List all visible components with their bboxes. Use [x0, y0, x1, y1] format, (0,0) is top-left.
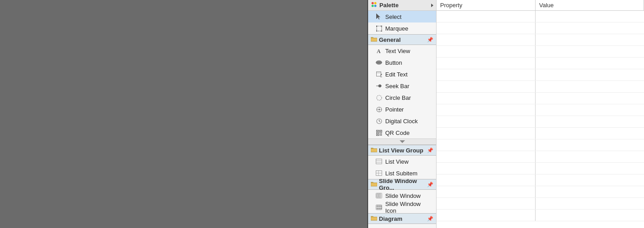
prop-row — [437, 174, 644, 186]
folder-icon-general — [371, 36, 377, 43]
group-list-label: List View Group — [379, 147, 423, 154]
group-general-label: General — [379, 36, 401, 43]
folder-icon-slide — [371, 181, 377, 188]
value-col-header: Value — [536, 0, 644, 10]
prop-row — [437, 186, 644, 198]
svg-rect-53 — [378, 206, 380, 207]
slide-window-icon-icon — [375, 204, 383, 211]
select-label: Select — [385, 13, 401, 20]
slide-window-label: Slide Window — [385, 192, 421, 199]
prop-row — [437, 116, 644, 128]
prop-row — [437, 163, 644, 174]
digital-clock-label: Digital Clock — [385, 118, 418, 125]
prop-row — [437, 128, 644, 139]
palette-item-button[interactable]: Button — [368, 57, 436, 68]
prop-row — [437, 139, 644, 151]
folder-icon-list — [371, 147, 377, 154]
svg-rect-56 — [378, 208, 380, 209]
prop-row — [437, 34, 644, 46]
pin-icon-slide: 📌 — [427, 182, 433, 188]
svg-point-6 — [376, 26, 378, 27]
properties-rows — [437, 11, 644, 228]
folder-icon-diagram — [371, 215, 377, 222]
svg-rect-57 — [380, 208, 382, 209]
svg-point-2 — [372, 5, 374, 7]
prop-row — [437, 46, 644, 58]
prop-row — [437, 104, 644, 116]
palette-icon — [371, 1, 377, 9]
svg-rect-5 — [377, 26, 382, 31]
svg-rect-55 — [377, 208, 378, 209]
prop-row — [437, 11, 644, 22]
palette-item-text-view[interactable]: A Text View — [368, 45, 436, 57]
circle-bar-label: Circle Bar — [385, 94, 411, 101]
slide-icon — [375, 192, 383, 199]
edit-icon — [375, 71, 383, 78]
prop-row — [437, 198, 644, 210]
palette-item-edit-text[interactable]: Edit Text — [368, 68, 436, 80]
svg-rect-58 — [371, 217, 377, 220]
svg-text:A: A — [377, 48, 381, 54]
palette-header-label: Palette — [379, 2, 399, 9]
svg-point-21 — [378, 109, 380, 110]
group-slide-label: Slide Window Gro... — [379, 178, 427, 191]
button-label: Button — [385, 59, 402, 66]
svg-rect-41 — [376, 159, 382, 164]
seek-bar-label: Seek Bar — [385, 83, 409, 89]
group-general[interactable]: General 📌 — [368, 34, 436, 45]
property-col-header: Property — [437, 0, 536, 10]
prop-row — [437, 81, 644, 93]
list-sub-icon — [375, 170, 383, 177]
svg-line-28 — [379, 121, 380, 122]
palette-item-slide-window[interactable]: Slide Window — [368, 190, 436, 201]
palette-item-slide-window-icon[interactable]: Slide Window Icon — [368, 201, 436, 213]
svg-rect-35 — [379, 133, 380, 134]
palette-item-circle-bar[interactable]: Circle Bar — [368, 92, 436, 103]
svg-rect-38 — [381, 134, 382, 135]
svg-rect-40 — [371, 148, 377, 152]
group-slide-window[interactable]: Slide Window Gro... 📌 — [368, 179, 436, 190]
group-diagram-label: Diagram — [379, 215, 402, 222]
pointer-label: Pointer — [385, 106, 404, 113]
scroll-indicator[interactable] — [368, 139, 436, 145]
palette-item-pointer[interactable]: Pointer — [368, 103, 436, 115]
svg-point-7 — [381, 26, 382, 27]
palette-item-digital-clock[interactable]: Digital Clock — [368, 115, 436, 127]
svg-point-19 — [377, 95, 382, 100]
svg-marker-39 — [400, 140, 405, 143]
svg-marker-4 — [376, 13, 380, 19]
svg-rect-14 — [376, 72, 381, 76]
canvas-area[interactable] — [0, 0, 368, 228]
list-subitem-label: List Subitem — [385, 170, 418, 177]
palette-item-marquee[interactable]: Marquee — [368, 22, 436, 34]
edit-text-label: Edit Text — [385, 71, 408, 78]
palette-item-seek-bar[interactable]: Seek Bar — [368, 80, 436, 92]
svg-point-1 — [374, 2, 377, 4]
pin-icon-diagram: 📌 — [427, 216, 433, 222]
text-icon: A — [375, 47, 383, 54]
list-view-label: List View — [385, 158, 409, 165]
palette-item-select[interactable]: Select — [368, 11, 436, 22]
cursor-icon — [375, 13, 383, 20]
svg-point-18 — [378, 85, 381, 87]
palette-item-qr-code[interactable]: QR Code — [368, 127, 436, 139]
svg-rect-32 — [380, 131, 381, 132]
text-view-label: Text View — [385, 48, 410, 54]
svg-point-8 — [376, 30, 378, 31]
circle-icon — [375, 94, 383, 101]
palette-item-list-view[interactable]: List View — [368, 156, 436, 167]
group-diagram[interactable]: Diagram 📌 — [368, 213, 436, 224]
svg-rect-54 — [380, 206, 382, 207]
properties-panel: Property Value — [437, 0, 644, 228]
prop-row — [437, 151, 644, 163]
qr-code-label: QR Code — [385, 130, 410, 136]
pointer-icon — [375, 106, 383, 113]
clock-icon — [375, 117, 383, 125]
svg-rect-47 — [371, 183, 377, 186]
properties-header: Property Value — [437, 0, 644, 11]
svg-rect-52 — [377, 206, 378, 207]
palette-header[interactable]: Palette — [368, 0, 436, 11]
svg-rect-49 — [377, 194, 378, 197]
group-list-view[interactable]: List View Group 📌 — [368, 145, 436, 156]
prop-row — [437, 210, 644, 221]
